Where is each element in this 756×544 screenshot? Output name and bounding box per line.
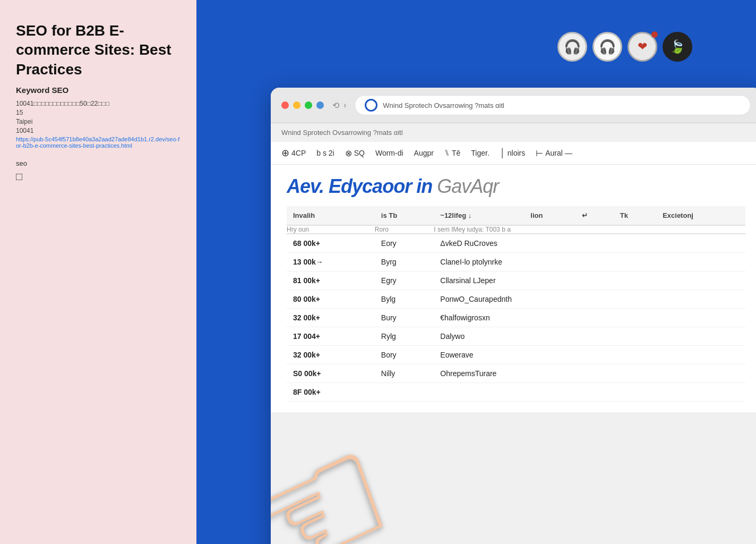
sidebar-url[interactable]: https://pub-5c454f571b8e40a3a2aad27ade84… <box>16 136 181 149</box>
table-row: 32 00k+BoryEowerave <box>287 346 745 364</box>
sidebar-meta-line2: 15 <box>16 109 181 116</box>
col-header-istb: is Tb <box>375 206 434 225</box>
toolbar-item-nloirs[interactable]: │ nloirs <box>500 148 525 158</box>
table-row: 68 00k+EoryΔvkeD RuCroves <box>287 234 745 253</box>
page-title-sub: GavAqr <box>437 175 499 197</box>
browser-toolbar: ⊕ 4CP b s 2i ⊗ SQ Worm-di Augpr ⑊ Tē Tig… <box>271 142 756 165</box>
cell-diff-4: Bury <box>375 309 434 327</box>
aural-label: Aural <box>545 149 563 157</box>
augpr-label: Augpr <box>414 149 434 157</box>
sidebar-icon: □ <box>16 171 181 183</box>
to-label: Tiger. <box>471 149 489 157</box>
cell-diff-0: Eory <box>375 234 434 253</box>
maximize-button[interactable] <box>305 101 312 109</box>
top-icon-2: 🎧 <box>592 32 622 62</box>
cell-diff-1: Byrg <box>375 253 434 271</box>
cell-keyword-8 <box>434 383 745 402</box>
toolbar-icon-2: ⊗ <box>345 148 352 158</box>
worn-ji-label: Worm-di <box>375 149 403 157</box>
sidebar-meta-line3: Taipei <box>16 118 181 125</box>
col-header-12lifeg: ~12lifeg ↓ <box>434 206 524 225</box>
forward-icon[interactable]: › <box>343 100 346 110</box>
page-title-italic2: in <box>416 175 437 197</box>
sidebar: SEO for B2B E-commerce Sites: Best Pract… <box>0 0 196 544</box>
browser-window: ⟲ › Wnind Sprotech Ovsarrowing ?mats αit… <box>271 88 756 544</box>
extra-button[interactable] <box>316 101 324 109</box>
cell-keyword-4: €halfowigrosxn <box>434 309 745 327</box>
table-row: S0 00k+NillyOhrepemsTurare <box>287 364 745 383</box>
table-body: 68 00k+EoryΔvkeD RuCroves13 00k→ByrgClan… <box>287 234 745 402</box>
toolbar-label-0: ⊕ <box>281 147 289 159</box>
cell-volume-5: 17 004+ <box>287 327 375 346</box>
cell-volume-8: 8F 00k+ <box>287 383 375 402</box>
cell-volume-1: 13 00k→ <box>287 253 375 271</box>
table-row: 8F 00k+ <box>287 383 745 402</box>
cell-diff-3: Bylg <box>375 290 434 309</box>
cell-volume-2: 81 00k+ <box>287 271 375 290</box>
minimize-button[interactable] <box>293 101 300 109</box>
cell-volume-6: 32 00k+ <box>287 346 375 364</box>
toolbar-item-ta[interactable]: ⑊ Tē <box>444 148 460 158</box>
table-header-row: Invalih is Tb ~12lifeg ↓ lion ↵ <box>287 206 745 225</box>
cell-keyword-7: OhrepemsTurare <box>434 364 745 383</box>
toolbar-item-worn-ji[interactable]: Worm-di <box>375 149 403 157</box>
back-icon[interactable]: ⟲ <box>332 100 339 110</box>
cell-volume-4: 32 00k+ <box>287 309 375 327</box>
dash-icon: — <box>565 149 572 157</box>
ta-label: Tē <box>452 149 460 157</box>
traffic-lights <box>281 101 324 109</box>
cell-keyword-1: ClaneI-lo ptolynrke <box>434 253 745 271</box>
toolbar-text-0: 4CP <box>291 149 306 157</box>
sidebar-meta-line1: 10041□□□□□□□□□□□□50□22□□□ <box>16 100 181 107</box>
top-icon-4: 🍃 <box>663 32 692 62</box>
cell-keyword-3: PonwO_Caurapednth <box>434 290 745 309</box>
cell-keyword-2: Cllarsinal LJeper <box>434 271 745 290</box>
bracket-icon: ⊢ <box>536 148 543 158</box>
toolbar-item-augpr[interactable]: Augpr <box>414 149 434 157</box>
table-sub-header-row: Hry oun Roro I sem IMey iudya: T003 b a <box>287 225 745 234</box>
table-row: 13 00k→ByrgClaneI-lo ptolynrke <box>287 253 745 271</box>
cell-volume-3: 80 00k+ <box>287 290 375 309</box>
cell-diff-8 <box>375 383 434 402</box>
cell-volume-7: S0 00k+ <box>287 364 375 383</box>
toolbar-label-1: b s 2i <box>316 149 334 157</box>
browser-chrome: ⟲ › Wnind Sprotech Ovsarrowing ?mats αit… <box>271 88 756 123</box>
close-button[interactable] <box>281 101 289 109</box>
sub-col-hryoun: Hry oun <box>287 225 375 234</box>
sidebar-tag: seo <box>16 159 181 167</box>
table-row: 32 00k+Bury€halfowigrosxn <box>287 309 745 327</box>
address-text: Wnind Sprotech Ovsarrowing ?mats αitl <box>383 101 504 109</box>
browser-content: Aev. Edycaoor in GavAqr Invalih is Tb <box>271 165 756 412</box>
tab-text[interactable]: Wnind Sprotech Ovsarrowing ?mats αitl <box>281 126 403 139</box>
table-row: 80 00k+BylgPonwO_Caurapednth <box>287 290 745 309</box>
nav-arrows: ⟲ › <box>332 100 346 110</box>
pointing-hand: ☞ <box>271 403 420 544</box>
toolbar-item-1[interactable]: b s 2i <box>316 149 334 157</box>
browser-tabs: Wnind Sprotech Ovsarrowing ?mats αitl <box>271 123 756 142</box>
address-bar[interactable]: Wnind Sprotech Ovsarrowing ?mats αitl <box>355 95 751 115</box>
toolbar-item-aural[interactable]: ⊢ Aural — <box>536 148 572 158</box>
cell-keyword-5: Dalywo <box>434 327 745 346</box>
toolbar-item-0[interactable]: ⊕ 4CP <box>281 147 306 159</box>
sub-col-roro: Roro <box>375 225 434 234</box>
cell-diff-5: Rylg <box>375 327 434 346</box>
cell-diff-6: Bory <box>375 346 434 364</box>
toolbar-text-2: SQ <box>354 149 365 157</box>
cell-diff-2: Egry <box>375 271 434 290</box>
page-title-italic: Aev. <box>287 175 324 197</box>
sub-col-isem: I sem IMey iudya: T003 b a <box>434 225 745 234</box>
nloirs-label: nloirs <box>508 149 525 157</box>
page-title: Aev. Edycaoor in GavAqr <box>287 175 745 198</box>
main-area: 🎧 🎧 ❤ 🍃 ⟲ › Wnind Sprotech Ovsarrowing ? <box>196 0 756 544</box>
toolbar-item-to[interactable]: Tiger. <box>471 149 489 157</box>
col-header-tk: Tk <box>614 206 656 225</box>
col-header-arrow: ↵ <box>575 206 614 225</box>
separator-icon: │ <box>500 148 505 158</box>
top-icon-3: ❤ <box>628 32 657 62</box>
sidebar-title: SEO for B2B E-commerce Sites: Best Pract… <box>16 21 181 79</box>
table-row: 81 00k+EgryCllarsinal LJeper <box>287 271 745 290</box>
cell-keyword-0: ΔvkeD RuCroves <box>434 234 745 253</box>
toolbar-item-2[interactable]: ⊗ SQ <box>345 148 365 158</box>
page-title-main: Edycaoor <box>329 175 416 197</box>
data-table: Invalih is Tb ~12lifeg ↓ lion ↵ <box>287 206 745 402</box>
